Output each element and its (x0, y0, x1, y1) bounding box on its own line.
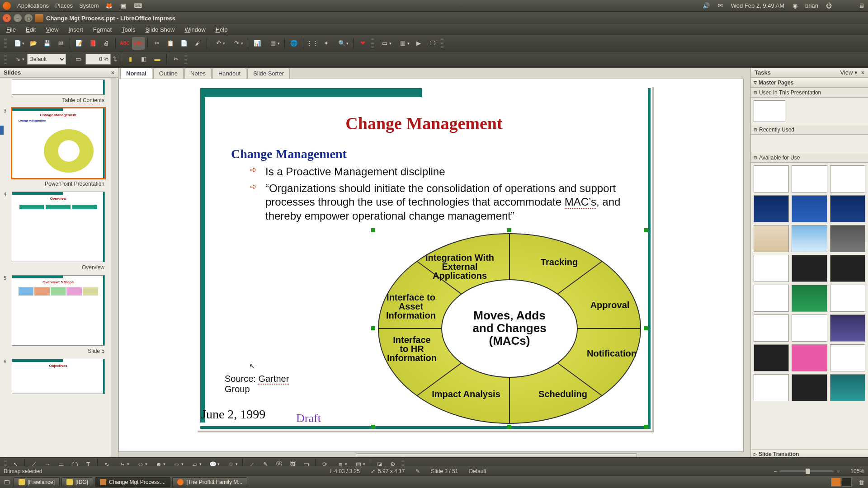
section-recent[interactable]: ⊟Recently Used (751, 125, 868, 135)
hyperlink-button[interactable]: 🌐 (288, 37, 300, 50)
volume-icon[interactable]: 🔊 (702, 2, 710, 10)
menu-help[interactable]: Help (211, 25, 232, 34)
slide-thumb[interactable]: Objectives (12, 359, 105, 394)
table-button[interactable]: ▦ (264, 37, 282, 50)
copy-button[interactable]: 📋 (164, 37, 177, 50)
undo-button[interactable]: ↶ (210, 37, 227, 50)
master-thumb[interactable] (830, 314, 865, 342)
show-desktop-button[interactable]: 🗔 (2, 477, 12, 487)
master-thumb[interactable] (830, 255, 865, 282)
area-style-button[interactable]: ▮ (124, 53, 137, 66)
master-thumb[interactable] (754, 374, 789, 401)
menu-insert[interactable]: Insert (64, 25, 88, 34)
master-thumb[interactable] (754, 165, 789, 192)
master-thumb[interactable] (830, 374, 865, 401)
slide-canvas[interactable]: Change Management Change Management Is a… (118, 79, 743, 452)
shadow-button[interactable]: ◧ (137, 53, 150, 66)
tab-notes[interactable]: Notes (184, 68, 212, 79)
task-firefox[interactable]: [The Proffitt Family M... (172, 477, 247, 487)
menu-file[interactable]: File (2, 25, 20, 34)
window-close-button[interactable]: × (3, 14, 11, 22)
menu-window[interactable]: Window (180, 25, 210, 34)
close-panel-icon[interactable]: × (861, 70, 864, 76)
user-menu[interactable]: brian (805, 2, 818, 9)
resize-handle[interactable] (371, 326, 375, 330)
master-thumb[interactable] (830, 225, 865, 252)
resize-handle[interactable] (507, 425, 511, 429)
edit-file-button[interactable]: 📝 (73, 37, 85, 50)
menu-applications[interactable]: Applications (17, 2, 49, 9)
slide-bullets[interactable]: Is a Proactive Management discipline “Or… (250, 165, 625, 226)
presentation-button[interactable]: 🖵 (426, 37, 439, 50)
toolbar-grip[interactable] (184, 54, 187, 65)
master-thumb[interactable] (792, 344, 827, 371)
slide-title[interactable]: Change Management (196, 113, 652, 133)
display-icon[interactable]: 🖥 (857, 2, 865, 10)
slide-thumb[interactable] (12, 80, 105, 95)
terminal-icon[interactable]: ⌨ (134, 2, 142, 10)
tasks-view-menu[interactable]: View ▾ (840, 69, 858, 76)
status-signature[interactable]: ✎ (415, 468, 420, 474)
power-icon[interactable]: ⏻ (825, 2, 833, 10)
tab-handout[interactable]: Handout (212, 68, 246, 79)
autospell-button[interactable]: ABC (132, 37, 145, 50)
master-thumb[interactable] (754, 285, 789, 312)
slide-list[interactable]: Table of Contents 3 Change Management Ch… (0, 78, 118, 459)
menu-system[interactable]: System (79, 2, 99, 9)
format-paintbrush-button[interactable]: 🖌 (191, 37, 204, 50)
master-thumb[interactable] (792, 195, 827, 222)
chart-button[interactable]: 📊 (251, 37, 264, 50)
workspace-switcher[interactable] (831, 478, 852, 487)
donut-diagram[interactable]: Integration WithExternalApplications Tra… (373, 230, 646, 427)
ubuntu-logo-icon[interactable] (3, 2, 11, 10)
slides-scrollbar[interactable] (111, 78, 118, 459)
help-button[interactable]: ❤ (356, 37, 369, 50)
mail-icon[interactable]: ✉ (717, 2, 725, 10)
save-button[interactable]: 💾 (41, 37, 53, 50)
slide-draft[interactable]: Draft (296, 412, 321, 425)
toolbar-grip[interactable] (4, 54, 7, 65)
master-thumb[interactable] (830, 344, 865, 371)
window-minimize-button[interactable]: – (14, 14, 22, 22)
open-button[interactable]: 📂 (27, 37, 40, 50)
window-maximize-button[interactable]: ▢ (24, 14, 33, 22)
email-button[interactable]: ✉ (54, 37, 67, 50)
crop-button[interactable]: ✂ (170, 53, 182, 66)
master-thumb[interactable] (792, 255, 827, 282)
resize-handle[interactable] (644, 326, 648, 330)
slide-subtitle[interactable]: Change Management (231, 147, 347, 161)
task-freelance[interactable]: [Freelance] (14, 477, 60, 487)
resize-handle[interactable] (371, 425, 375, 429)
master-thumb[interactable] (830, 195, 865, 222)
slide-show-button[interactable]: ▶ (412, 37, 425, 50)
firefox-icon[interactable]: 🦊 (105, 2, 113, 10)
user-status-icon[interactable]: ◉ (791, 2, 799, 10)
zoom-slider[interactable]: − + (774, 468, 840, 474)
app-launcher-icon[interactable]: ▣ (119, 2, 127, 10)
master-thumb[interactable] (754, 195, 789, 222)
slide-thumb[interactable]: Overview: 5 Steps (12, 275, 105, 346)
master-thumb[interactable] (792, 314, 827, 342)
slide-thumb[interactable]: Overview (12, 192, 105, 262)
canvas-v-scrollbar[interactable] (743, 79, 750, 452)
tab-outline[interactable]: Outline (153, 68, 184, 79)
master-thumb[interactable] (792, 285, 827, 312)
spellcheck-button[interactable]: ABC (118, 37, 131, 50)
paste-button[interactable]: 📄 (178, 37, 190, 50)
master-thumb[interactable] (754, 225, 789, 252)
task-impress[interactable]: Change Mgt Process.... (95, 477, 170, 487)
section-used[interactable]: ⊟Used in This Presentation (751, 88, 868, 98)
master-grid[interactable] (751, 163, 868, 449)
menu-slideshow[interactable]: Slide Show (141, 25, 179, 34)
export-pdf-button[interactable]: 📕 (86, 37, 99, 50)
slide-design-button[interactable]: ▥ (394, 37, 411, 50)
spinner-buttons[interactable]: ⇅ (112, 53, 118, 66)
arrow-style-button[interactable]: ↘ (9, 53, 26, 66)
resize-handle[interactable] (644, 425, 648, 429)
source-text[interactable]: Source: GartnerGroup (225, 374, 297, 394)
bullet-item[interactable]: “Organizations should initiate the conso… (250, 182, 625, 223)
master-thumb[interactable] (792, 165, 827, 192)
master-thumb[interactable] (792, 225, 827, 252)
zoom-button[interactable]: 🔍 (333, 37, 350, 50)
menu-places[interactable]: Places (55, 2, 73, 9)
